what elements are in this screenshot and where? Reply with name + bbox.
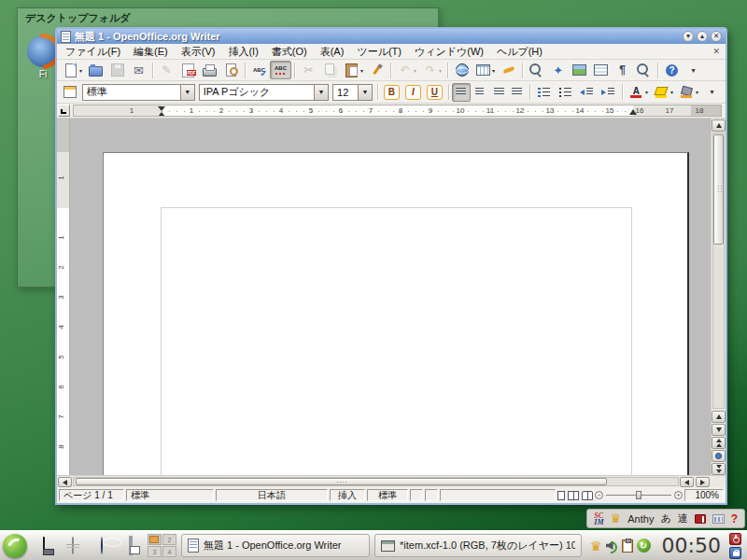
page-style-field[interactable]: 標準 — [126, 489, 214, 501]
previous-page-button[interactable] — [712, 437, 726, 449]
writer-task-button[interactable]: 無題 1 - OpenOffice.org Writer — [181, 534, 370, 557]
book-view-button[interactable] — [582, 491, 593, 500]
numbered-list-button[interactable] — [533, 83, 555, 102]
show-desktop-button[interactable] — [119, 534, 143, 558]
scroll-down-button[interactable] — [712, 424, 726, 436]
align-right-button[interactable] — [489, 83, 508, 102]
paste-dropdown-icon[interactable]: ▾ — [360, 67, 363, 74]
gimp-task-button[interactable]: *item.xcf-1.0 (RGB, 7枚のレイヤー) 10 — [374, 534, 582, 557]
language-field[interactable]: 日本語 — [216, 489, 328, 501]
multi-page-view-button[interactable] — [568, 491, 579, 500]
horizontal-ruler[interactable]: 1123456789101112131415161718 — [73, 105, 722, 117]
undo-dropdown-icon[interactable]: ▾ — [414, 67, 416, 74]
scroll-up-button-bottom[interactable] — [712, 411, 726, 423]
document-page[interactable] — [103, 152, 689, 475]
highlighting-dropdown-icon[interactable]: ▾ — [670, 89, 673, 95]
single-page-view-button[interactable] — [557, 491, 565, 500]
close-button[interactable]: ✕ — [711, 31, 722, 42]
align-left-button[interactable] — [452, 83, 471, 102]
indent-marker[interactable] — [158, 106, 165, 111]
scim-engine-label[interactable]: Anthy — [627, 513, 654, 525]
menu-file[interactable]: ファイル(F) — [59, 44, 127, 60]
scim-setup-icon[interactable] — [712, 514, 725, 524]
minimize-button[interactable]: ▾ — [683, 31, 694, 42]
align-center-button[interactable] — [471, 83, 489, 102]
horizontal-scroll-track[interactable] — [73, 477, 679, 486]
background-color-dropdown-icon[interactable]: ▾ — [696, 89, 698, 95]
underline-button[interactable]: U — [424, 83, 445, 102]
chevron-down-icon[interactable]: ▼ — [358, 85, 372, 100]
home-folder-button[interactable] — [61, 534, 85, 558]
redo-dropdown-icon[interactable]: ▾ — [439, 67, 442, 74]
pager-desktop-2[interactable]: 2 — [162, 534, 176, 545]
selection-mode-field[interactable]: 標準 — [367, 489, 408, 501]
scroll-left-button-right[interactable] — [680, 477, 694, 487]
vertical-scrollbar[interactable] — [711, 119, 726, 475]
styles-window-button[interactable] — [60, 83, 80, 102]
background-color-button[interactable]: ▾ — [676, 83, 701, 102]
chevron-down-icon[interactable]: ▼ — [314, 85, 328, 100]
scim-logo-icon[interactable]: SC IM — [594, 512, 603, 525]
horizontal-scrollbar[interactable] — [57, 475, 726, 487]
italic-button[interactable]: I — [402, 83, 424, 102]
clock[interactable]: 00:50 — [659, 534, 724, 557]
insert-table-button[interactable]: ▾ — [472, 61, 498, 79]
gallery-button[interactable] — [569, 61, 590, 79]
format-paintbrush-button[interactable] — [366, 61, 388, 79]
zoom-out-icon[interactable]: − — [595, 491, 603, 499]
menu-tools[interactable]: ツール(T) — [350, 44, 408, 60]
save-button[interactable] — [106, 61, 128, 79]
menu-view[interactable]: 表示(V) — [175, 44, 222, 60]
scim-input-mode[interactable]: あ — [660, 511, 670, 525]
online-update-tray-icon[interactable]: ↻ — [637, 539, 651, 553]
insert-table-dropdown-icon[interactable]: ▾ — [492, 67, 495, 74]
desktop-pager[interactable]: 1234 — [148, 534, 176, 557]
zoom-level-field[interactable]: 100% — [684, 489, 724, 501]
paste-button[interactable]: ▾ — [341, 61, 366, 79]
menu-table[interactable]: 表(A) — [314, 44, 351, 60]
zoom-slider-thumb[interactable] — [636, 491, 641, 499]
navigator-button[interactable] — [547, 61, 569, 79]
toolbar-options-button[interactable] — [701, 83, 723, 102]
menu-edit[interactable]: 編集(E) — [127, 44, 175, 60]
scroll-right-button[interactable] — [696, 477, 710, 487]
pager-desktop-3[interactable]: 3 — [148, 546, 162, 557]
find-replace-button[interactable] — [526, 61, 547, 79]
align-justify-button[interactable] — [508, 83, 527, 102]
scroll-up-button[interactable] — [712, 119, 726, 132]
dictionary-icon[interactable] — [695, 514, 706, 524]
toolbar-options-button[interactable] — [683, 61, 704, 79]
new-document-button[interactable]: ▾ — [60, 61, 85, 79]
font-color-button[interactable]: ▾ — [626, 83, 651, 102]
increase-indent-button[interactable] — [598, 83, 619, 102]
navigation-dot-button[interactable] — [712, 450, 726, 462]
scim-conversion-mode[interactable]: 連 — [678, 511, 688, 525]
undo-button[interactable]: ▾ — [394, 61, 419, 79]
logout-button[interactable] — [729, 533, 741, 545]
formatting-marks-button[interactable] — [612, 61, 633, 79]
redo-button[interactable]: ▾ — [419, 61, 444, 79]
email-document-button[interactable] — [128, 61, 149, 79]
start-menu-button[interactable] — [3, 534, 27, 558]
bullet-list-button[interactable] — [555, 83, 576, 102]
menu-format[interactable]: 書式(O) — [265, 44, 314, 60]
scroll-left-button[interactable] — [58, 477, 72, 487]
edit-file-button[interactable] — [156, 61, 177, 79]
help-button[interactable] — [661, 61, 683, 79]
titlebar[interactable]: 無題 1 - OpenOffice.org Writer ▾▴✕ — [57, 29, 726, 44]
volume-tray-icon[interactable] — [606, 539, 618, 552]
scim-input-bar[interactable]: SC IM ♛ Anthy あ 連 ? — [586, 509, 745, 528]
pager-desktop-1[interactable]: 1 — [148, 534, 162, 545]
open-button[interactable] — [85, 61, 106, 79]
paragraph-style-combo[interactable]: 標準 ▼ — [82, 84, 195, 101]
page-number-field[interactable]: ページ 1 / 1 — [59, 489, 124, 501]
input-method-tray-icon[interactable]: ♛ — [590, 539, 602, 553]
horizontal-scroll-thumb[interactable] — [76, 478, 607, 485]
chevron-down-icon[interactable]: ▼ — [180, 85, 194, 100]
data-sources-button[interactable] — [590, 61, 612, 79]
hyperlink-button[interactable] — [451, 61, 472, 79]
tab-stop-selector[interactable] — [58, 105, 70, 117]
zoom-slider[interactable]: −+ — [595, 491, 683, 499]
web-browser-button[interactable] — [90, 534, 114, 558]
next-page-button[interactable] — [712, 463, 726, 475]
